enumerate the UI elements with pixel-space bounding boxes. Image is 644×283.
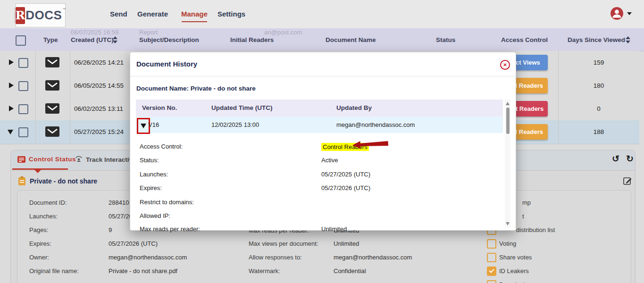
detail-label: Document ID: [29,199,67,206]
detail-label: Watermark: [249,267,280,275]
track-interactivity-icon [75,156,83,163]
annotation-arrow-icon [352,140,389,151]
app-screen: R DOCS ™ Send Generate Manage Settings 0… [0,0,644,283]
detail-label: Original file name: [29,267,79,275]
col-initial-readers[interactable]: Initial Readers [230,36,274,43]
created-cell: 06/26/2025 14:21 [74,59,124,66]
expand-row-icon[interactable] [9,83,14,88]
detail-label: Pages: [29,226,48,233]
ghost-row-reader: an@post.com [264,29,302,36]
col-subject[interactable]: Subject/Description [139,36,199,43]
email-type-icon [45,80,59,92]
brand-docs-text: DOCS [25,8,62,23]
nav-item-settings[interactable]: Settings [217,10,245,18]
row-checkbox[interactable] [18,127,28,137]
collapse-version-icon[interactable] [141,124,146,128]
modal-scrollbar[interactable] [505,100,510,228]
scroll-up-icon[interactable] [506,102,510,105]
version-cell: V16 [148,121,159,128]
row-checkbox[interactable] [18,58,28,68]
clipboard-icon [18,176,25,185]
email-type-icon [45,103,59,116]
detail-value: 05/27/20 [109,213,133,220]
modal-divider [130,76,516,76]
detail-label: Expires: [140,184,162,191]
row-checkbox[interactable] [18,104,28,114]
detail-value: 05/27/2026 (UTC) [109,240,158,247]
detail-label: Owner: [29,254,49,261]
document-title-row: Private - do not share [18,176,97,185]
detail-label: Restrict to domains: [140,199,194,206]
option-label: Share votes [499,254,532,261]
updated-time-cell: 12/02/2025 13:00 [211,121,259,128]
col-status[interactable]: Status [436,36,455,43]
document-history-modal: Document History ✕ Document Name: Privat… [130,52,516,231]
version-table-header: Version No. Updated Time (UTC) Updated B… [136,100,503,117]
scrollbar-thumb[interactable] [506,108,510,134]
col-access-control[interactable]: Access Control [501,36,548,43]
user-avatar-icon[interactable] [611,7,623,20]
brand-r-icon: R [16,7,25,24]
col-type[interactable]: Type [43,36,58,43]
version-row[interactable]: V16 12/02/2025 13:00 megan@northendassoc… [136,117,503,133]
nav-item-send[interactable]: Send [110,10,127,18]
refresh-icon[interactable]: ↻ [626,154,634,163]
option-checkbox[interactable] [487,253,496,262]
option-label: distribution list [516,226,555,233]
user-menu-caret-icon[interactable] [627,12,632,15]
option-label: mp [522,199,531,206]
option-label: Page locker [499,281,532,283]
detail-value: megan@northendassoc.com [109,254,187,261]
option-label: ID Leakers [499,267,529,275]
select-all-checkbox[interactable] [16,35,26,46]
modal-close-icon[interactable]: ✕ [500,60,510,70]
email-type-icon [45,57,59,69]
version-detail-row: Access Control: Control Readers [140,143,498,151]
version-detail-row: Launches: 05/27/2025 (UTC) [140,171,498,179]
detail-value: Unlimited [334,240,359,247]
detail-label: Status: [140,157,159,164]
detail-value: 05/27/2026 (UTC) [321,184,370,191]
detail-value: 05/27/2025 (UTC) [321,171,370,178]
expand-row-icon[interactable] [9,106,14,111]
detail-label: Expires: [29,240,51,247]
document-title: Private - do not share [30,177,97,185]
option-checkbox[interactable] [487,239,496,249]
days-since-viewed-cell: 0 [558,105,639,112]
sort-created-icon[interactable] [113,36,117,44]
col-document-name[interactable]: Document Name [326,36,376,43]
created-cell: 06/05/2025 14:55 [74,82,124,89]
detail-label: Max reads per reader: [140,225,200,233]
detail-value: Private - do not share.pdf [109,267,177,275]
scroll-down-icon[interactable] [506,222,510,225]
ghost-row-subject: Report [139,29,158,36]
tab-control-status[interactable]: Control Status [17,156,76,163]
detail-label: Allowed IP: [140,212,170,219]
col-days-since-viewed[interactable]: Days Since Viewed [568,36,625,43]
option-checkbox[interactable] [487,266,496,276]
days-since-viewed-cell: 188 [558,128,639,135]
nav-item-manage[interactable]: Manage [181,10,208,18]
option-checkbox[interactable] [487,280,496,283]
sort-days-icon[interactable] [626,36,630,44]
detail-label: Allow responses to: [249,254,302,261]
brand-logo[interactable]: R DOCS ™ [16,3,66,27]
nav-item-generate[interactable]: Generate [137,10,168,18]
detail-label: Launches: [140,171,168,178]
edit-icon[interactable] [623,176,632,187]
history-icon[interactable]: ↺ [612,154,619,163]
collapse-row-icon[interactable] [8,130,13,134]
top-nav: R DOCS ™ Send Generate Manage Settings [0,0,644,28]
col-version-no: Version No. [142,104,177,111]
detail-value: Confidential [334,267,366,275]
version-detail-row: Restrict to domains: [140,199,498,207]
row-checkbox[interactable] [18,81,28,91]
detail-value: Active [321,157,338,164]
email-type-icon [45,126,59,139]
col-updated-time: Updated Time (UTC) [211,104,273,111]
expand-row-icon[interactable] [9,59,14,65]
modal-title: Document History [136,60,197,68]
col-created[interactable]: Created (UTC) [71,36,114,43]
version-detail-row: Status: Active [140,157,498,165]
control-status-icon [17,156,25,163]
